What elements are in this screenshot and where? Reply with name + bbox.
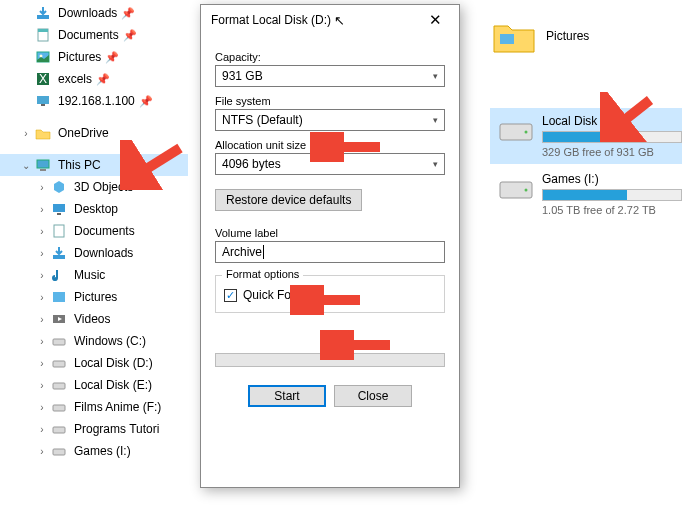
nav-videos[interactable]: ›Videos [0, 308, 188, 330]
onedrive-icon [34, 124, 52, 142]
drive-icon [50, 376, 68, 394]
nav-label: 192.168.1.100 [58, 94, 135, 108]
music-icon [50, 266, 68, 284]
svg-rect-9 [37, 160, 49, 168]
pin-icon: 📌 [96, 73, 110, 86]
drive-icon [50, 442, 68, 460]
quick-format-checkbox[interactable]: ✓ Quick Format [224, 288, 436, 302]
volume-label-input[interactable]: Archive [215, 241, 445, 263]
svg-rect-12 [57, 213, 61, 215]
nav-label: Films Anime (F:) [74, 400, 161, 414]
pc-icon [34, 156, 52, 174]
nav-label: Downloads [74, 246, 133, 260]
drive-icon [50, 354, 68, 372]
filesystem-dropdown[interactable]: NTFS (Default)▾ [215, 109, 445, 131]
drive-icon [498, 116, 534, 144]
svg-rect-10 [40, 169, 46, 171]
network-icon [34, 92, 52, 110]
drive-usage-bar [542, 131, 682, 143]
svg-rect-22 [53, 427, 65, 433]
progress-bar [215, 353, 445, 367]
nav-desktop[interactable]: ›Desktop [0, 198, 188, 220]
documents-icon [50, 222, 68, 240]
drive-free-text: 329 GB free of 931 GB [542, 146, 682, 158]
svg-rect-13 [54, 225, 64, 237]
drive-name: Games (I:) [542, 172, 682, 186]
svg-rect-7 [37, 96, 49, 104]
drive-local-disk-d[interactable]: Local Disk (D:) 329 GB free of 931 GB [490, 108, 682, 164]
filesystem-label: File system [215, 95, 445, 107]
nav-documents-pc[interactable]: ›Documents [0, 220, 188, 242]
start-button[interactable]: Start [248, 385, 326, 407]
nav-pictures-pc[interactable]: ›Pictures [0, 286, 188, 308]
nav-documents[interactable]: Documents📌 [0, 24, 188, 46]
svg-rect-24 [500, 34, 514, 44]
svg-rect-19 [53, 361, 65, 367]
drive-games-i[interactable]: Games (I:) 1.05 TB free of 2.72 TB [490, 166, 682, 222]
nav-drive-e[interactable]: ›Local Disk (E:) [0, 374, 188, 396]
dialog-titlebar[interactable]: Format Local Disk (D:) ↖ ✕ [201, 5, 459, 35]
svg-rect-23 [53, 449, 65, 455]
drives-panel: Pictures Local Disk (D:) 329 GB free of … [486, 0, 686, 224]
nav-label: Music [74, 268, 105, 282]
pin-icon: 📌 [123, 29, 137, 42]
quick-format-label: Quick Format [243, 288, 315, 302]
svg-rect-14 [53, 255, 65, 259]
nav-onedrive[interactable]: ›OneDrive [0, 122, 188, 144]
nav-label: 3D Objects [74, 180, 133, 194]
svg-point-28 [525, 189, 528, 192]
svg-point-15 [53, 277, 57, 281]
nav-excels[interactable]: Xexcels📌 [0, 68, 188, 90]
downloads-icon [50, 244, 68, 262]
downloads-icon [34, 4, 52, 22]
nav-downloads[interactable]: Downloads📌 [0, 2, 188, 24]
nav-label: Documents [74, 224, 135, 238]
nav-this-pc[interactable]: ⌄This PC [0, 154, 188, 176]
nav-music[interactable]: ›Music [0, 264, 188, 286]
nav-drive-f[interactable]: ›Films Anime (F:) [0, 396, 188, 418]
nav-label: Desktop [74, 202, 118, 216]
nav-label: Documents [58, 28, 119, 42]
close-button[interactable]: ✕ [415, 6, 455, 34]
folder-icon [492, 18, 536, 54]
svg-rect-11 [53, 204, 65, 212]
capacity-dropdown[interactable]: 931 GB▾ [215, 65, 445, 87]
folder-pictures[interactable]: Pictures [492, 18, 676, 54]
pictures-icon [50, 288, 68, 306]
nav-label: Downloads [58, 6, 117, 20]
volume-label-label: Volume label [215, 227, 445, 239]
drive-name: Local Disk (D:) [542, 114, 682, 128]
svg-rect-18 [53, 339, 65, 345]
dialog-title: Format Local Disk (D:) [211, 13, 334, 27]
allocation-dropdown[interactable]: 4096 bytes▾ [215, 153, 445, 175]
svg-rect-0 [37, 15, 49, 19]
3d-objects-icon [50, 178, 68, 196]
nav-drive-programs[interactable]: ›Programs Tutori [0, 418, 188, 440]
format-dialog: Format Local Disk (D:) ↖ ✕ Capacity: 931… [200, 4, 460, 488]
drive-icon [50, 420, 68, 438]
chevron-down-icon: ▾ [433, 115, 438, 125]
drive-icon [50, 332, 68, 350]
videos-icon [50, 310, 68, 328]
nav-drive-c[interactable]: ›Windows (C:) [0, 330, 188, 352]
nav-3d-objects[interactable]: ›3D Objects [0, 176, 188, 198]
chevron-right-icon[interactable]: › [18, 128, 34, 139]
svg-text:X: X [39, 72, 47, 86]
nav-pictures[interactable]: Pictures📌 [0, 46, 188, 68]
nav-label: Programs Tutori [74, 422, 159, 436]
chevron-down-icon[interactable]: ⌄ [18, 160, 34, 171]
nav-drive-d[interactable]: ›Local Disk (D:) [0, 352, 188, 374]
restore-defaults-button[interactable]: Restore device defaults [215, 189, 362, 211]
close-button-bottom[interactable]: Close [334, 385, 412, 407]
nav-drive-i[interactable]: ›Games (I:) [0, 440, 188, 462]
svg-point-26 [525, 131, 528, 134]
drive-icon [50, 398, 68, 416]
nav-label: Local Disk (E:) [74, 378, 152, 392]
nav-downloads-pc[interactable]: ›Downloads [0, 242, 188, 264]
drive-icon [498, 174, 534, 202]
desktop-icon [50, 200, 68, 218]
nav-network-location[interactable]: 192.168.1.100📌 [0, 90, 188, 112]
drive-usage-bar [542, 189, 682, 201]
nav-label: Local Disk (D:) [74, 356, 153, 370]
svg-rect-21 [53, 405, 65, 411]
